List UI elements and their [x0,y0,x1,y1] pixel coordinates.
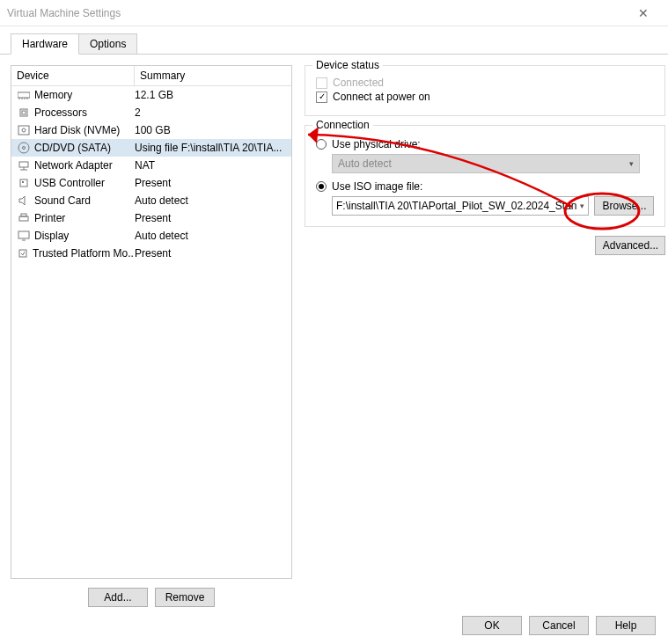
svg-rect-5 [20,109,27,116]
connection-group: Connection Use physical drive: Auto dete… [305,125,665,227]
add-button[interactable]: Add... [88,588,148,607]
row-sound[interactable]: Sound Card Auto detect [11,192,291,209]
svg-rect-17 [21,214,26,216]
cpu-icon [17,106,31,120]
col-summary[interactable]: Summary [135,66,291,85]
advanced-button[interactable]: Advanced... [595,236,665,255]
cd-icon [17,141,31,155]
svg-point-10 [23,147,26,150]
svg-rect-0 [18,92,30,98]
sound-icon [17,194,31,208]
connection-title: Connection [312,119,373,131]
cancel-button[interactable]: Cancel [529,616,589,635]
close-icon[interactable]: ✕ [626,6,661,20]
row-network[interactable]: Network Adapter NAT [11,157,291,174]
svg-rect-18 [18,231,29,238]
row-cddvd[interactable]: CD/DVD (SATA) Using file F:\install\TIA … [11,139,291,157]
memory-icon [17,88,31,102]
tpm-icon [17,246,29,260]
display-icon [17,229,31,243]
remove-button[interactable]: Remove [155,588,215,607]
titlebar: Virtual Machine Settings ✕ [0,0,668,26]
svg-rect-11 [19,162,28,167]
svg-rect-7 [18,126,29,135]
connected-checkbox: Connected [316,77,654,89]
col-device[interactable]: Device [11,66,135,85]
iso-path-input[interactable]: F:\install\TIA 20\TIAPortal_Pilot_SW_02.… [332,196,589,216]
connect-poweron-checkbox[interactable]: ✓ Connect at power on [316,91,654,103]
radio-icon [316,181,327,192]
window-title: Virtual Machine Settings [7,7,626,19]
svg-rect-16 [19,216,28,221]
chevron-down-icon: ▾ [576,201,584,210]
disk-icon [17,123,31,137]
row-printer[interactable]: Printer Present [11,209,291,227]
checkbox-icon: ✓ [316,91,327,103]
ok-button[interactable]: OK [462,616,522,635]
checkbox-icon [316,77,327,89]
printer-icon [17,211,31,225]
row-display[interactable]: Display Auto detect [11,227,291,245]
physical-drive-dropdown: Auto detect ▾ [332,154,640,173]
svg-rect-15 [22,181,24,183]
radio-icon [316,139,327,150]
chevron-down-icon: ▾ [629,159,634,168]
svg-rect-20 [19,250,26,257]
browse-button[interactable]: Browse... [594,196,654,216]
row-harddisk[interactable]: Hard Disk (NVMe) 100 GB [11,121,291,139]
row-memory[interactable]: Memory 12.1 GB [11,86,291,104]
tabs: Hardware Options [11,33,668,55]
svg-point-9 [18,143,29,153]
iso-radio[interactable]: Use ISO image file: [316,180,654,193]
network-icon [17,158,31,172]
table-header: Device Summary [11,66,291,86]
usb-icon [17,176,31,190]
svg-rect-6 [22,111,26,114]
row-processors[interactable]: Processors 2 [11,104,291,121]
tab-hardware[interactable]: Hardware [11,33,79,55]
footer: OK Cancel Help [450,607,668,644]
svg-point-8 [22,128,26,132]
device-table: Device Summary Memory 12.1 GB Processors… [11,65,292,579]
row-tpm[interactable]: Trusted Platform Mo... Present [11,245,291,262]
help-button[interactable]: Help [596,616,656,635]
physical-drive-radio[interactable]: Use physical drive: [316,138,654,150]
device-status-group: Device status Connected ✓ Connect at pow… [305,65,665,116]
status-title: Device status [312,59,383,71]
tab-options[interactable]: Options [78,33,137,55]
row-usb[interactable]: USB Controller Present [11,174,291,192]
